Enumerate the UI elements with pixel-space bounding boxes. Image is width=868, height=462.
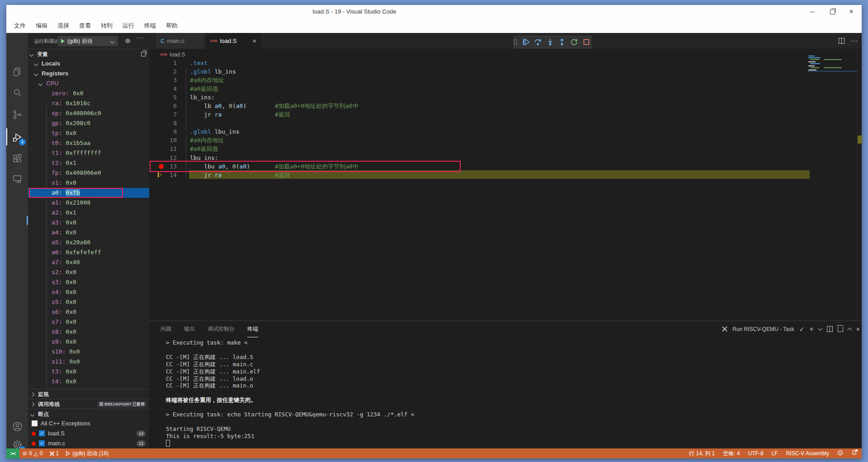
register-row-s4[interactable]: s4: 0x0	[28, 287, 149, 297]
stop-icon[interactable]	[581, 37, 591, 47]
cursor-position[interactable]: 行 14, 列 1	[689, 450, 715, 457]
tab-load-s[interactable]: ASM load.S ×	[206, 33, 261, 49]
toolbar-drag-handle[interactable]	[514, 39, 518, 45]
register-row-zero[interactable]: zero: 0x0	[28, 89, 149, 98]
breakpoints-section-header[interactable]: 断点	[28, 409, 149, 419]
menu-item-查看[interactable]: 查看	[74, 19, 96, 33]
line-number[interactable]: 4	[156, 84, 177, 93]
split-terminal-icon[interactable]	[827, 326, 833, 332]
register-row-s11[interactable]: s11: 0x0	[28, 357, 149, 367]
breakpoint-item-All-C-Exceptions[interactable]: All C++ Exceptions	[28, 419, 149, 429]
menu-item-终端[interactable]: 终端	[139, 19, 161, 33]
register-row-s6[interactable]: s6: 0x0	[28, 307, 149, 317]
line-number[interactable]: 2	[156, 67, 177, 76]
breakpoint-checkbox[interactable]: ✓	[39, 440, 45, 446]
menu-item-文件[interactable]: 文件	[9, 19, 31, 33]
close-button[interactable]: ×	[844, 5, 859, 19]
editor-more-actions-icon[interactable]: ···	[851, 37, 858, 45]
split-editor-icon[interactable]	[839, 38, 844, 44]
register-row-a5[interactable]: a5: 0x20a80	[28, 238, 149, 247]
register-row-a4[interactable]: a4: 0x0	[28, 228, 149, 238]
register-row-s7[interactable]: s7: 0x0	[28, 317, 149, 327]
debug-session-status[interactable]: (gdb) 启动 (19)	[62, 448, 112, 458]
register-row-fp[interactable]: fp: 0x408006e0	[28, 168, 149, 178]
code-line-4[interactable]: 4#a0返回值	[149, 84, 862, 93]
register-row-s2[interactable]: s2: 0x0	[28, 267, 149, 277]
tab-close-icon[interactable]: ×	[253, 37, 256, 45]
dropdown-chevron-icon[interactable]	[818, 326, 822, 331]
register-row-s1[interactable]: s1: 0x0	[28, 178, 149, 188]
code-line-9[interactable]: 9.globl lbu_ins	[149, 127, 862, 136]
notifications-bell-icon[interactable]	[851, 450, 857, 457]
panel-tab-输出[interactable]: 输出	[184, 321, 195, 337]
line-number[interactable]: 8	[156, 119, 177, 127]
register-row-s9[interactable]: s9: 0x0	[28, 337, 149, 347]
line-number[interactable]: 6	[156, 102, 177, 110]
register-row-a7[interactable]: a7: 0x40	[28, 257, 149, 267]
continue-icon[interactable]	[521, 37, 531, 47]
terminal-task-label[interactable]: Run RISCV-QEMU - Task	[732, 326, 794, 332]
step-out-icon[interactable]	[557, 37, 567, 47]
line-number[interactable]: 9	[156, 127, 177, 136]
menu-item-运行[interactable]: 运行	[118, 19, 139, 33]
code-line-6[interactable]: 6 lb a0, 0(a0) #加载a0+0地址处的字节到a0中	[149, 102, 862, 110]
run-debug-icon[interactable]: 1	[6, 126, 28, 147]
menu-item-帮助[interactable]: 帮助	[161, 19, 183, 33]
line-number[interactable]: 10	[156, 136, 177, 145]
register-row-sp[interactable]: sp: 0x408006c0	[28, 108, 149, 118]
registers-group[interactable]: Registers	[28, 69, 149, 79]
menu-item-编辑[interactable]: 编辑	[31, 19, 52, 33]
tasks-status[interactable]: 1	[46, 448, 62, 458]
encoding[interactable]: UTF-8	[748, 450, 764, 457]
menu-item-转到[interactable]: 转到	[96, 19, 118, 33]
panel-tab-终端[interactable]: 终端	[247, 321, 258, 337]
terminal-output[interactable]: > Executing task: make < CC -[M] 正在构建 ..…	[166, 339, 414, 448]
debug-settings-gear-icon[interactable]	[124, 37, 131, 46]
tab-main-c[interactable]: C main.c	[156, 33, 204, 49]
code-line-7[interactable]: 7 jr ra #返回	[149, 110, 862, 119]
step-over-icon[interactable]	[533, 37, 543, 47]
register-row-ra[interactable]: ra: 0x1016c	[28, 98, 149, 108]
menu-item-选择[interactable]: 选择	[52, 19, 74, 33]
register-row-s10[interactable]: s10: 0x0	[28, 347, 149, 357]
line-number[interactable]: 5	[156, 93, 177, 102]
line-number[interactable]: 3	[156, 76, 177, 84]
register-row-s3[interactable]: s3: 0x0	[28, 277, 149, 287]
extensions-icon[interactable]	[6, 148, 28, 169]
more-actions-icon[interactable]: ···	[137, 34, 144, 41]
register-row-a0[interactable]: a0: 0xfb	[28, 188, 149, 198]
line-number[interactable]: 11	[156, 145, 177, 153]
files-icon[interactable]	[6, 61, 28, 82]
indentation[interactable]: 空格: 4	[723, 450, 740, 457]
eol-sequence[interactable]: LF	[772, 450, 778, 457]
start-debug-icon[interactable]	[61, 39, 65, 43]
register-row-t0[interactable]: t0: 0x1b5aa	[28, 138, 149, 148]
trash-icon[interactable]	[838, 327, 843, 332]
register-row-a1[interactable]: a1: 0x21008	[28, 198, 149, 208]
step-into-icon[interactable]	[545, 37, 555, 47]
variables-section-header[interactable]: 变量	[28, 49, 149, 59]
panel-tab-问题[interactable]: 问题	[160, 321, 171, 337]
minimize-button[interactable]	[805, 5, 820, 19]
restore-button[interactable]	[825, 5, 840, 19]
search-icon[interactable]	[6, 82, 28, 103]
register-row-s5[interactable]: s5: 0x0	[28, 297, 149, 307]
breakpoint-dot[interactable]	[159, 164, 164, 169]
locals-group[interactable]: Locals	[28, 59, 149, 69]
register-row-t4[interactable]: t4: 0x0	[28, 377, 149, 387]
register-row-gp[interactable]: gp: 0x208c0	[28, 118, 149, 128]
register-row-t3[interactable]: t3: 0x0	[28, 367, 149, 377]
breakpoint-item-load-S[interactable]: ✓load.S13	[28, 429, 149, 439]
close-panel-icon[interactable]: ×	[856, 326, 860, 333]
breakpoint-checkbox[interactable]	[32, 420, 38, 426]
open-variables-view-icon[interactable]	[141, 52, 146, 56]
remote-indicator[interactable]: ><	[6, 448, 19, 458]
maximize-panel-icon[interactable]	[847, 328, 852, 332]
launch-config-dropdown[interactable]: (gdb) 启动	[57, 36, 118, 47]
source-control-icon[interactable]	[6, 104, 28, 125]
watch-section-header[interactable]: 监视	[28, 389, 149, 399]
line-number[interactable]: 1	[156, 59, 177, 67]
code-line-10[interactable]: 10#a0内存地址	[149, 136, 862, 145]
breakpoint-checkbox[interactable]: ✓	[39, 430, 45, 436]
register-row-t1[interactable]: t1: 0xffffffff	[28, 148, 149, 158]
